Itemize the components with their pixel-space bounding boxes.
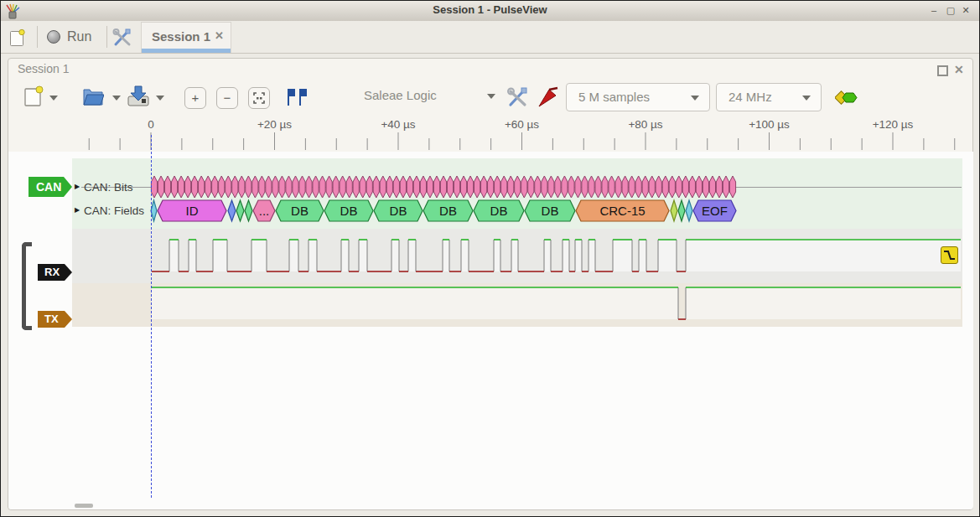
settings-tools-icon[interactable] [112,28,132,48]
trigger-pins-icon[interactable] [286,87,308,107]
decoder-tag-can[interactable]: CAN [29,177,72,197]
toolbar-separator [37,26,38,48]
falling-edge-icon [941,247,957,263]
samples-dropdown-arrow-icon [691,96,699,101]
minimize-button[interactable]: – [927,3,941,17]
main-toolbar: Run Session 1 ✕ [1,21,979,54]
app-window: Session 1 - PulseView – ▢ ✕ Run Session … [0,0,980,517]
run-button[interactable]: Run [47,26,91,48]
trigger-marker[interactable] [941,246,958,264]
run-label: Run [67,29,91,44]
window-title: Session 1 - PulseView [1,3,979,16]
expand-arrow-icon[interactable]: ▶ [75,183,80,190]
run-led-icon [47,30,60,44]
zoom-fit-icon [252,91,266,105]
sample-rate-select[interactable]: 24 MHz [716,83,822,111]
tab-session-1[interactable]: Session 1 ✕ [141,22,231,53]
new-session-icon[interactable] [9,28,26,47]
device-name: Saleae Logic [364,88,437,102]
close-button[interactable]: ✕ [959,3,972,17]
expand-arrow-icon[interactable]: ▶ [75,206,80,214]
channels-config-icon[interactable] [506,86,528,108]
add-decoder-icon[interactable] [835,90,858,106]
time-cursor[interactable] [151,135,152,498]
save-dropdown-arrow-icon[interactable] [156,96,164,101]
dock-close-icon[interactable]: ✕ [954,63,964,76]
new-dropdown-arrow-icon[interactable] [49,96,58,101]
zoom-out-button[interactable]: − [216,87,238,109]
rate-dropdown-arrow-icon [802,96,811,101]
tab-close-icon[interactable]: ✕ [215,29,224,42]
sample-rate-value: 24 MHz [729,90,772,104]
open-file-icon[interactable] [82,85,104,106]
decoder-row-label-bits[interactable]: CAN: Bits [84,181,133,194]
maximize-button[interactable]: ▢ [944,3,957,17]
open-dropdown-arrow-icon[interactable] [112,96,121,101]
zoom-in-button[interactable]: + [184,87,206,109]
probe-icon[interactable] [537,86,559,108]
device-select[interactable]: Saleae Logic [364,88,437,102]
decoder-row-label-fields[interactable]: CAN: Fields [84,204,144,217]
device-dropdown-arrow-icon [487,94,495,99]
dock-float-icon[interactable] [937,65,948,76]
new-session-icon[interactable] [23,85,44,106]
decoder-band [72,158,962,229]
save-icon[interactable] [127,85,150,106]
titlebar: Session 1 - PulseView – ▢ ✕ [1,1,979,22]
zoom-fit-button[interactable] [248,87,270,109]
tx-band [72,283,962,327]
toolbar-separator [106,26,107,48]
sample-count-value: 5 M samples [578,90,650,104]
tab-active-indicator [142,49,231,53]
horizontal-scrollbar-thumb[interactable] [75,504,93,508]
dock-header-title: Session 1 [18,62,69,75]
channel-group-bracket[interactable] [22,242,32,330]
sample-count-select[interactable]: 5 M samples [566,83,710,111]
tab-label: Session 1 [152,29,210,44]
rx-band [72,229,962,283]
